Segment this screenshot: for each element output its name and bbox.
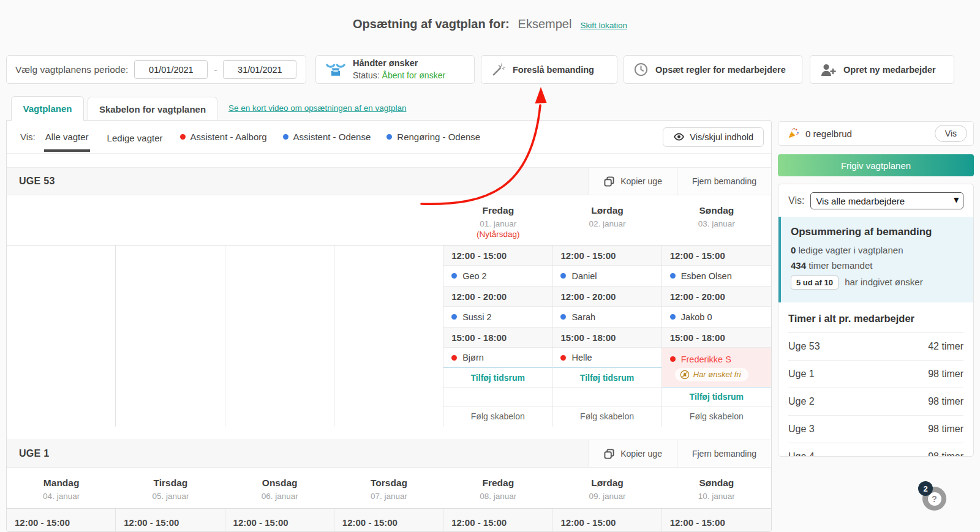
release-schedule-button[interactable]: Frigiv vagtplanen <box>778 154 974 176</box>
shift-time[interactable]: 12:00 - 15:00 <box>443 509 552 532</box>
shift-employee[interactable]: Geo 2 <box>443 266 552 287</box>
suggest-staffing-button[interactable]: Foreslå bemanding <box>481 55 617 84</box>
filter-all-shifts[interactable]: Alle vagter <box>44 122 90 152</box>
day-column-fredag: 12:00 - 15:00 Geo 2 12:00 - 20:00 Sussi … <box>443 245 552 427</box>
drone-icon <box>326 62 345 77</box>
status-open-value: Åbent for ønsker <box>382 70 446 80</box>
copy-icon <box>604 176 614 187</box>
legend-assistent-aalborg[interactable]: Assistent - Aalborg <box>180 132 267 142</box>
bell-slash-icon <box>680 370 690 380</box>
empty-day-column <box>7 245 116 427</box>
filter-bar: Vis: Alle vagter Ledige vagter Assistent… <box>7 121 771 154</box>
red-dot-icon <box>451 355 457 361</box>
create-employee-button[interactable]: Opret ny medarbejder <box>810 55 954 84</box>
hours-row: Uge 5342 timer <box>788 333 963 361</box>
hours-title: Timer i alt pr. medarbejder <box>788 302 963 333</box>
copy-week-button[interactable]: Kopier uge <box>589 440 677 467</box>
period-label: Vælg vagtplanens periode: <box>15 64 128 75</box>
hours-row: Uge 198 timer <box>788 361 963 388</box>
shift-employee[interactable]: Esben Olsen <box>662 266 771 287</box>
setup-rules-label: Opsæt regler for medarbejdere <box>655 65 786 75</box>
follow-template-button[interactable]: Følg skabelon <box>552 406 661 426</box>
day-header-tirsdag: Tirsdag 05. januar <box>116 468 225 508</box>
wish-free-badge: Har ønsket fri <box>675 368 748 381</box>
shift-employee[interactable]: Daniel <box>552 266 661 287</box>
magic-wand-icon <box>491 62 505 77</box>
vacant-shifts-line: 0 ledige vagter i vagtplanen <box>791 245 963 255</box>
shift-time[interactable]: 12:00 - 15:00 <box>552 509 662 532</box>
rule-breaks-card: 0 regelbrud Vis <box>778 121 974 146</box>
week-1-day-headers: Mandag 04. januar Tirsdag 05. januar Ons… <box>7 468 771 509</box>
shift-employee[interactable]: Helle <box>552 348 661 368</box>
page-header: Opsætning af vagtplan for: Eksempel Skif… <box>0 17 980 31</box>
blue-dot-icon <box>283 134 288 140</box>
date-from-input[interactable] <box>134 60 208 79</box>
shift-time[interactable]: 15:00 - 18:00 <box>662 328 771 348</box>
follow-template-button[interactable]: Følg skabelon <box>662 406 771 426</box>
change-location-link[interactable]: Skift lokation <box>580 21 627 30</box>
shift-time[interactable]: 12:00 - 15:00 <box>116 509 225 532</box>
copy-icon <box>604 449 614 459</box>
schedule-panel: Vis: Alle vagter Ledige vagter Assistent… <box>6 120 772 532</box>
show-rule-breaks-button[interactable]: Vis <box>935 125 967 142</box>
add-timeslot-link[interactable]: Tilføj tidsrum <box>552 367 661 388</box>
shift-time[interactable]: 12:00 - 15:00 <box>225 509 334 532</box>
copy-week-button[interactable]: Kopier uge <box>589 168 677 195</box>
handle-requests-button[interactable]: Håndter ønsker Status:Åbent for ønsker <box>315 55 475 84</box>
setup-rules-button[interactable]: Opsæt regler for medarbejdere <box>624 55 802 84</box>
shift-employee[interactable]: Sarah <box>552 307 661 328</box>
date-to-input[interactable] <box>223 60 296 79</box>
employee-view-select[interactable]: Vis alle medarbejdere <box>810 192 963 209</box>
follow-template-button[interactable]: Følg skabelon <box>443 406 552 426</box>
staffed-hours-line: 434 timer bemandet <box>791 260 963 271</box>
red-dot-icon <box>670 356 676 362</box>
shift-time[interactable]: 12:00 - 15:00 <box>334 509 443 532</box>
party-popper-icon <box>787 127 799 140</box>
day-header-fredag: Fredag 08. januar <box>443 468 552 508</box>
add-timeslot-link[interactable]: Tilføj tidsrum <box>662 387 771 406</box>
remove-staffing-button[interactable]: Fjern bemanding <box>677 440 771 467</box>
remove-staffing-button[interactable]: Fjern bemanding <box>677 168 771 195</box>
summary-title: Opsummering af bemanding <box>791 226 963 238</box>
shift-time[interactable]: 12:00 - 20:00 <box>662 287 771 307</box>
video-link[interactable]: Se en kort video om opsætningen af en va… <box>228 103 406 113</box>
shift-employee[interactable]: Sussi 2 <box>443 307 552 328</box>
shift-time[interactable]: 12:00 - 15:00 <box>7 509 116 532</box>
shift-time[interactable]: 12:00 - 15:00 <box>662 509 771 532</box>
add-timeslot-link[interactable]: Tilføj tidsrum <box>443 367 552 388</box>
help-button[interactable]: ? 2 <box>922 487 946 511</box>
shift-time[interactable]: 12:00 - 15:00 <box>552 245 661 266</box>
wishes-line: 5 ud af 10 har indgivet ønsker <box>791 275 963 290</box>
shift-time[interactable]: 12:00 - 20:00 <box>443 287 552 307</box>
shift-time[interactable]: 15:00 - 18:00 <box>443 328 552 348</box>
week-53-header: UGE 53 Kopier uge Fjern bemanding <box>7 167 771 195</box>
shift-employee[interactable]: Bjørn <box>443 348 552 368</box>
shift-employee-wish-free[interactable]: Frederikke S Har ønsket fri <box>662 348 771 388</box>
shift-time[interactable]: 15:00 - 18:00 <box>552 328 661 348</box>
legend-rengoring-odense[interactable]: Rengøring - Odense <box>386 132 480 142</box>
blue-dot-icon <box>670 314 676 320</box>
staffing-summary: Opsummering af bemanding 0 ledige vagter… <box>778 217 973 302</box>
shift-employee[interactable]: Jakob 0 <box>662 307 771 328</box>
holiday-note: (Nytårsdag) <box>443 230 552 239</box>
red-dot-icon <box>180 134 186 140</box>
wishes-count-badge: 5 ud af 10 <box>791 275 839 290</box>
period-selector: Vælg vagtplanens periode: - <box>6 55 306 84</box>
blue-dot-icon <box>560 314 566 320</box>
tab-template[interactable]: Skabelon for vagtplanen <box>88 97 217 121</box>
shift-time[interactable]: 12:00 - 15:00 <box>443 245 552 266</box>
blue-dot-icon <box>560 273 566 279</box>
location-name: Eksempel <box>518 17 572 31</box>
shift-time[interactable]: 12:00 - 20:00 <box>552 287 661 307</box>
toggle-content-button[interactable]: Vis/skjul indhold <box>663 127 764 147</box>
tab-schedule[interactable]: Vagtplanen <box>11 96 84 121</box>
notification-badge: 2 <box>918 481 933 496</box>
legend-assistent-odense[interactable]: Assistent - Odense <box>283 132 371 142</box>
day-header-lordag: Lørdag 09. januar <box>552 468 662 508</box>
suggest-staffing-label: Foreslå bemanding <box>513 65 594 75</box>
day-header-sondag: Søndag 10. januar <box>662 468 771 508</box>
add-user-icon <box>820 63 836 77</box>
shift-time[interactable]: 12:00 - 15:00 <box>662 245 771 266</box>
filter-open-shifts[interactable]: Ledige vagter <box>106 124 164 151</box>
filter-label: Vis: <box>20 132 36 142</box>
